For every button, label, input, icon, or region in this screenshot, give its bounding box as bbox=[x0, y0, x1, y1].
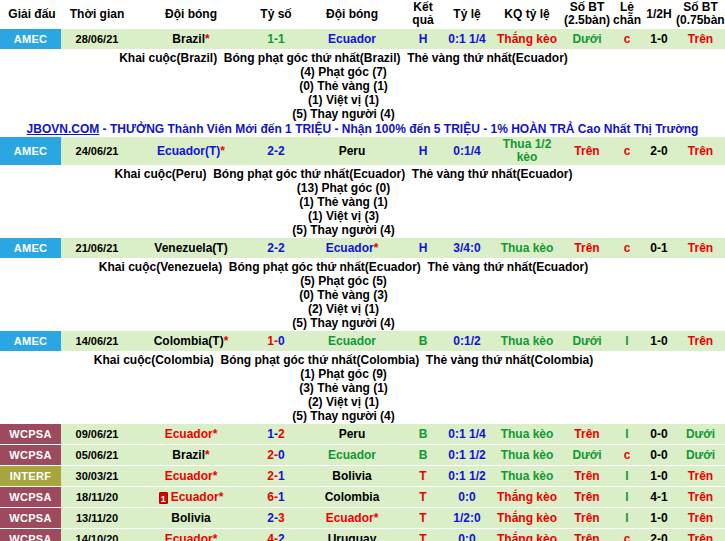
home-team-star-icon: * bbox=[213, 469, 218, 483]
away-goals: 1 bbox=[278, 490, 285, 504]
match-date: 28/06/21 bbox=[64, 32, 130, 47]
home-goals: 4 bbox=[267, 532, 274, 541]
over-under-2-5: Dưới bbox=[562, 334, 612, 349]
result-letter: T bbox=[404, 532, 442, 541]
league-cell: AMEC bbox=[0, 238, 64, 258]
away-team[interactable]: Ecuador bbox=[300, 448, 404, 463]
home-team-star-icon: * bbox=[213, 427, 218, 441]
league-badge[interactable]: WCPSA bbox=[0, 508, 61, 528]
away-team-name[interactable]: Ecuador bbox=[328, 32, 376, 46]
home-team[interactable]: Bolivia bbox=[130, 511, 252, 526]
league-cell: WCPSA bbox=[0, 508, 64, 528]
league-badge[interactable]: WCPSA bbox=[0, 487, 61, 507]
result-letter: T bbox=[404, 490, 442, 505]
handicap-result: Thua kèo bbox=[492, 241, 562, 256]
home-team[interactable]: Brazil* bbox=[130, 448, 252, 463]
league-badge[interactable]: AMEC bbox=[0, 29, 61, 49]
match-stat-line: (4) Phạt góc (7) bbox=[0, 65, 725, 79]
handicap-odds: 0:0 bbox=[442, 532, 492, 541]
home-team-name[interactable]: Brazil bbox=[172, 32, 205, 46]
away-team[interactable]: Uruguay bbox=[300, 532, 404, 541]
away-team[interactable]: Ecuador* bbox=[300, 241, 404, 256]
league-badge[interactable]: AMEC bbox=[0, 238, 61, 258]
away-team-name[interactable]: Peru bbox=[339, 427, 366, 441]
match-row: INTERF 30/03/21 Ecuador* 2-1 Bolivia T 0… bbox=[0, 466, 725, 487]
league-badge[interactable]: AMEC bbox=[0, 137, 61, 165]
result-letter: B bbox=[404, 448, 442, 463]
halftime-score: 1-0 bbox=[642, 32, 676, 47]
away-team[interactable]: Peru bbox=[300, 427, 404, 442]
home-team-name[interactable]: Ecuador bbox=[165, 532, 213, 541]
league-badge[interactable]: INTERF bbox=[0, 466, 61, 486]
away-team-name[interactable]: Ecuador bbox=[328, 448, 376, 462]
match-row: WCPSA 09/06/21 Ecuador* 1-2 Peru B 0:1 1… bbox=[0, 424, 725, 445]
odd-even-result: l bbox=[612, 511, 642, 526]
away-team[interactable]: Peru bbox=[300, 144, 404, 159]
home-goals: 2 bbox=[267, 241, 274, 255]
match-detail-block: Khai cuộc(Brazil) Bóng phạt góc thứ nhất… bbox=[0, 50, 725, 122]
home-team-name[interactable]: Ecuador bbox=[171, 490, 219, 504]
home-team[interactable]: Brazil* bbox=[130, 32, 252, 47]
away-team[interactable]: Colombia bbox=[300, 490, 404, 505]
league-badge[interactable]: WCPSA bbox=[0, 424, 61, 444]
league-cell: WCPSA bbox=[0, 487, 64, 507]
handicap-odds: 0:1 1/2 bbox=[442, 448, 492, 463]
home-team-name[interactable]: Ecuador bbox=[165, 427, 213, 441]
home-team-name[interactable]: Bolivia bbox=[171, 511, 210, 525]
away-team-name[interactable]: Ecuador bbox=[328, 334, 376, 348]
halftime-score: 2-0 bbox=[642, 144, 676, 159]
over-under-2-5: Trên bbox=[562, 532, 612, 541]
match-stat-line: (5) Thay người (4) bbox=[0, 223, 725, 237]
home-team[interactable]: Ecuador(T)* bbox=[130, 144, 252, 159]
match-date: 24/06/21 bbox=[64, 144, 130, 159]
away-team[interactable]: Bolivia bbox=[300, 469, 404, 484]
handicap-result: Thua 1/2 kèo bbox=[492, 137, 562, 165]
home-team-name[interactable]: Brazil bbox=[172, 448, 205, 462]
fulltime-score: 2-2 bbox=[252, 144, 300, 159]
match-date: 14/10/20 bbox=[64, 532, 130, 541]
home-team-star-icon: * bbox=[220, 144, 225, 158]
away-team[interactable]: Ecuador bbox=[300, 334, 404, 349]
promo-link[interactable]: JBOVN.COM bbox=[27, 122, 100, 136]
header-total-goals-0-75: Số BT (0.75bàn) bbox=[676, 0, 725, 28]
away-team-star-icon: * bbox=[374, 511, 379, 525]
match-stat-line: Khai cuộc(Venezuela) Bóng phạt góc thứ n… bbox=[0, 260, 725, 274]
home-team[interactable]: Ecuador* bbox=[130, 532, 252, 541]
header-away-team: Đội bóng bbox=[300, 7, 404, 22]
handicap-result: Thắng kèo bbox=[492, 532, 562, 541]
home-goals: 1 bbox=[267, 334, 274, 348]
away-team-name[interactable]: Ecuador bbox=[326, 511, 374, 525]
away-team-name[interactable]: Peru bbox=[339, 144, 366, 158]
match-row: AMEC 28/06/21 Brazil* 1-1 Ecuador H 0:1 … bbox=[0, 29, 725, 50]
halftime-score: 1-0 bbox=[642, 334, 676, 349]
home-team[interactable]: Venezuela(T) bbox=[130, 241, 252, 256]
away-team[interactable]: Ecuador bbox=[300, 32, 404, 47]
away-team-name[interactable]: Ecuador bbox=[326, 241, 374, 255]
match-date: 09/06/21 bbox=[64, 427, 130, 442]
league-badge[interactable]: WCPSA bbox=[0, 529, 61, 541]
league-badge[interactable]: AMEC bbox=[0, 331, 61, 351]
home-team-star-icon: * bbox=[213, 532, 218, 541]
home-team-name[interactable]: Ecuador bbox=[165, 469, 213, 483]
away-team-name[interactable]: Colombia bbox=[325, 490, 380, 504]
home-team[interactable]: Ecuador* bbox=[130, 469, 252, 484]
home-team[interactable]: Colombia(T)* bbox=[130, 334, 252, 349]
away-team-name[interactable]: Uruguay bbox=[328, 532, 377, 541]
over-under-0-75: Trên bbox=[676, 144, 725, 159]
red-card-icon: 1 bbox=[159, 492, 168, 504]
away-team[interactable]: Ecuador* bbox=[300, 511, 404, 526]
home-team-name[interactable]: Venezuela(T) bbox=[154, 241, 227, 255]
home-team-name[interactable]: Ecuador(T) bbox=[157, 144, 220, 158]
home-team[interactable]: 1Ecuador* bbox=[130, 490, 252, 505]
over-under-2-5: Trên bbox=[562, 511, 612, 526]
promo-banner: JBOVN.COM - THƯỞNG Thành Viên Mới đến 1 … bbox=[0, 122, 725, 137]
handicap-result: Thua kèo bbox=[492, 427, 562, 442]
home-team-name[interactable]: Colombia(T) bbox=[154, 334, 224, 348]
match-stat-line: (5) Phạt góc (5) bbox=[0, 274, 725, 288]
handicap-result: Thua kèo bbox=[492, 469, 562, 484]
home-team[interactable]: Ecuador* bbox=[130, 427, 252, 442]
league-badge[interactable]: WCPSA bbox=[0, 445, 61, 465]
away-goals: 2 bbox=[278, 241, 285, 255]
promo-text: - THƯỞNG Thành Viên Mới đến 1 TRIỆU - Nh… bbox=[99, 122, 698, 136]
away-team-name[interactable]: Bolivia bbox=[332, 469, 371, 483]
